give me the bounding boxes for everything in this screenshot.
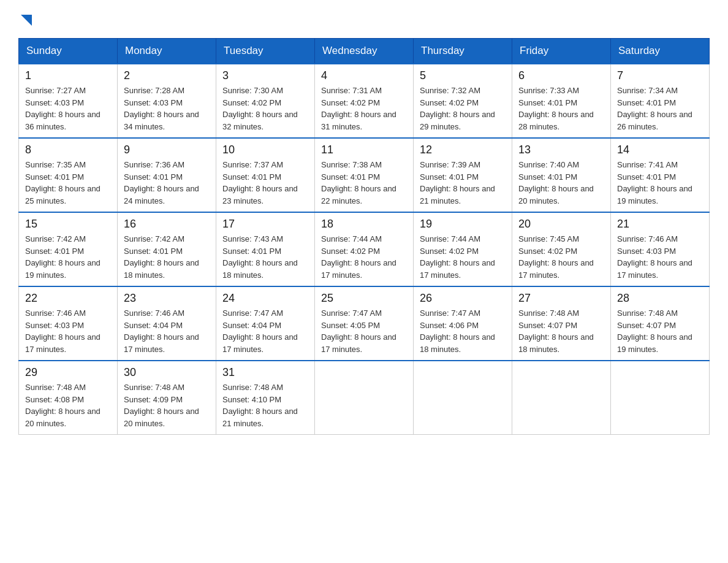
day-number: 7 [617, 69, 703, 82]
calendar-day-cell: 25Sunrise: 7:47 AMSunset: 4:05 PMDayligh… [315, 286, 414, 361]
calendar-day-cell: 16Sunrise: 7:42 AMSunset: 4:01 PMDayligh… [118, 212, 216, 286]
day-info: Sunrise: 7:28 AMSunset: 4:03 PMDaylight:… [124, 85, 210, 132]
logo [18, 12, 34, 28]
day-number: 10 [222, 144, 308, 156]
calendar-day-cell [611, 361, 710, 435]
calendar-week-row: 15Sunrise: 7:42 AMSunset: 4:01 PMDayligh… [19, 212, 710, 286]
day-info: Sunrise: 7:46 AMSunset: 4:03 PMDaylight:… [617, 233, 703, 281]
calendar-day-cell: 4Sunrise: 7:31 AMSunset: 4:02 PMDaylight… [315, 64, 414, 138]
day-number: 1 [25, 69, 111, 82]
day-number: 26 [420, 292, 506, 305]
calendar-day-cell: 26Sunrise: 7:47 AMSunset: 4:06 PMDayligh… [414, 286, 512, 361]
calendar-day-cell: 2Sunrise: 7:28 AMSunset: 4:03 PMDaylight… [118, 64, 216, 138]
day-info: Sunrise: 7:48 AMSunset: 4:07 PMDaylight:… [617, 307, 703, 355]
page-header [18, 12, 710, 28]
day-info: Sunrise: 7:47 AMSunset: 4:05 PMDaylight:… [321, 307, 407, 355]
day-number: 8 [25, 144, 111, 156]
day-info: Sunrise: 7:33 AMSunset: 4:01 PMDaylight:… [518, 85, 604, 132]
calendar-day-cell: 21Sunrise: 7:46 AMSunset: 4:03 PMDayligh… [611, 212, 710, 286]
day-info: Sunrise: 7:37 AMSunset: 4:01 PMDaylight:… [222, 159, 308, 207]
day-number: 23 [124, 292, 210, 305]
day-number: 6 [518, 69, 604, 82]
calendar-day-cell: 10Sunrise: 7:37 AMSunset: 4:01 PMDayligh… [216, 138, 315, 212]
calendar-day-cell: 6Sunrise: 7:33 AMSunset: 4:01 PMDaylight… [512, 64, 611, 138]
calendar-week-row: 29Sunrise: 7:48 AMSunset: 4:08 PMDayligh… [19, 361, 710, 435]
day-info: Sunrise: 7:31 AMSunset: 4:02 PMDaylight:… [321, 85, 407, 132]
header-tuesday: Tuesday [216, 39, 315, 64]
header-friday: Friday [512, 39, 611, 64]
day-number: 21 [617, 218, 703, 231]
day-number: 27 [518, 292, 604, 305]
header-wednesday: Wednesday [315, 39, 414, 64]
day-number: 16 [124, 218, 210, 231]
day-number: 3 [222, 69, 308, 82]
calendar-day-cell: 11Sunrise: 7:38 AMSunset: 4:01 PMDayligh… [315, 138, 414, 212]
calendar-day-cell: 9Sunrise: 7:36 AMSunset: 4:01 PMDaylight… [118, 138, 216, 212]
day-info: Sunrise: 7:27 AMSunset: 4:03 PMDaylight:… [25, 85, 111, 132]
day-number: 24 [222, 292, 308, 305]
day-info: Sunrise: 7:48 AMSunset: 4:08 PMDaylight:… [25, 381, 111, 429]
day-info: Sunrise: 7:47 AMSunset: 4:06 PMDaylight:… [420, 307, 506, 355]
day-info: Sunrise: 7:42 AMSunset: 4:01 PMDaylight:… [25, 233, 111, 281]
calendar-day-cell: 24Sunrise: 7:47 AMSunset: 4:04 PMDayligh… [216, 286, 315, 361]
calendar-day-cell: 31Sunrise: 7:48 AMSunset: 4:10 PMDayligh… [216, 361, 315, 435]
weekday-header-row: Sunday Monday Tuesday Wednesday Thursday… [19, 39, 710, 64]
calendar-week-row: 22Sunrise: 7:46 AMSunset: 4:03 PMDayligh… [19, 286, 710, 361]
day-number: 11 [321, 144, 407, 156]
calendar-table: Sunday Monday Tuesday Wednesday Thursday… [18, 38, 710, 435]
day-number: 20 [518, 218, 604, 231]
calendar-day-cell: 20Sunrise: 7:45 AMSunset: 4:02 PMDayligh… [512, 212, 611, 286]
calendar-day-cell [315, 361, 414, 435]
day-number: 22 [25, 292, 111, 305]
calendar-day-cell: 7Sunrise: 7:34 AMSunset: 4:01 PMDaylight… [611, 64, 710, 138]
day-info: Sunrise: 7:39 AMSunset: 4:01 PMDaylight:… [420, 159, 506, 207]
day-number: 28 [617, 292, 703, 305]
day-info: Sunrise: 7:32 AMSunset: 4:02 PMDaylight:… [420, 85, 506, 132]
calendar-day-cell: 5Sunrise: 7:32 AMSunset: 4:02 PMDaylight… [414, 64, 512, 138]
day-number: 31 [222, 366, 308, 379]
day-info: Sunrise: 7:38 AMSunset: 4:01 PMDaylight:… [321, 159, 407, 207]
svg-marker-0 [21, 15, 32, 26]
logo-triangle-icon [18, 12, 34, 28]
day-info: Sunrise: 7:34 AMSunset: 4:01 PMDaylight:… [617, 85, 703, 132]
day-info: Sunrise: 7:36 AMSunset: 4:01 PMDaylight:… [124, 159, 210, 207]
day-number: 14 [617, 144, 703, 156]
day-number: 4 [321, 69, 407, 82]
calendar-day-cell: 13Sunrise: 7:40 AMSunset: 4:01 PMDayligh… [512, 138, 611, 212]
calendar-week-row: 8Sunrise: 7:35 AMSunset: 4:01 PMDaylight… [19, 138, 710, 212]
day-info: Sunrise: 7:35 AMSunset: 4:01 PMDaylight:… [25, 159, 111, 207]
day-number: 2 [124, 69, 210, 82]
header-saturday: Saturday [611, 39, 710, 64]
calendar-day-cell: 19Sunrise: 7:44 AMSunset: 4:02 PMDayligh… [414, 212, 512, 286]
day-info: Sunrise: 7:47 AMSunset: 4:04 PMDaylight:… [222, 307, 308, 355]
calendar-day-cell: 28Sunrise: 7:48 AMSunset: 4:07 PMDayligh… [611, 286, 710, 361]
day-number: 17 [222, 218, 308, 231]
day-info: Sunrise: 7:42 AMSunset: 4:01 PMDaylight:… [124, 233, 210, 281]
day-number: 12 [420, 144, 506, 156]
day-number: 30 [124, 366, 210, 379]
day-info: Sunrise: 7:46 AMSunset: 4:04 PMDaylight:… [124, 307, 210, 355]
day-number: 18 [321, 218, 407, 231]
day-number: 13 [518, 144, 604, 156]
day-info: Sunrise: 7:40 AMSunset: 4:01 PMDaylight:… [518, 159, 604, 207]
day-info: Sunrise: 7:46 AMSunset: 4:03 PMDaylight:… [25, 307, 111, 355]
calendar-day-cell: 3Sunrise: 7:30 AMSunset: 4:02 PMDaylight… [216, 64, 315, 138]
calendar-day-cell: 22Sunrise: 7:46 AMSunset: 4:03 PMDayligh… [19, 286, 118, 361]
day-number: 25 [321, 292, 407, 305]
day-info: Sunrise: 7:48 AMSunset: 4:09 PMDaylight:… [124, 381, 210, 429]
calendar-day-cell: 23Sunrise: 7:46 AMSunset: 4:04 PMDayligh… [118, 286, 216, 361]
calendar-day-cell: 8Sunrise: 7:35 AMSunset: 4:01 PMDaylight… [19, 138, 118, 212]
day-number: 19 [420, 218, 506, 231]
calendar-day-cell [414, 361, 512, 435]
day-number: 9 [124, 144, 210, 156]
calendar-day-cell: 1Sunrise: 7:27 AMSunset: 4:03 PMDaylight… [19, 64, 118, 138]
day-info: Sunrise: 7:43 AMSunset: 4:01 PMDaylight:… [222, 233, 308, 281]
calendar-day-cell: 27Sunrise: 7:48 AMSunset: 4:07 PMDayligh… [512, 286, 611, 361]
calendar-day-cell: 18Sunrise: 7:44 AMSunset: 4:02 PMDayligh… [315, 212, 414, 286]
calendar-day-cell: 30Sunrise: 7:48 AMSunset: 4:09 PMDayligh… [118, 361, 216, 435]
day-number: 5 [420, 69, 506, 82]
day-info: Sunrise: 7:41 AMSunset: 4:01 PMDaylight:… [617, 159, 703, 207]
calendar-day-cell: 17Sunrise: 7:43 AMSunset: 4:01 PMDayligh… [216, 212, 315, 286]
day-number: 15 [25, 218, 111, 231]
day-number: 29 [25, 366, 111, 379]
